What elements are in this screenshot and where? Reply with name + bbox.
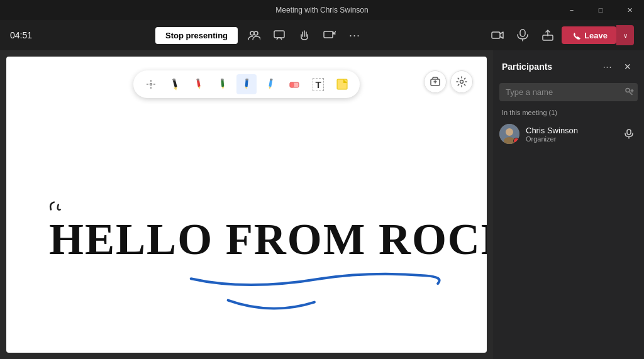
phone-icon <box>570 30 580 40</box>
whiteboard-content: HELLO FROM ROCKET IT! <box>6 57 487 353</box>
share-screen-icon-button[interactable] <box>318 24 341 47</box>
toolbar-icons: ··· <box>243 24 366 47</box>
main-content: T <box>0 50 644 359</box>
svg-rect-5 <box>520 30 525 36</box>
eraser-button[interactable] <box>284 74 304 94</box>
chevron-down-icon: ∨ <box>623 32 628 39</box>
mic-button[interactable] <box>511 24 534 47</box>
minimize-button[interactable]: − <box>557 0 586 20</box>
panel-title: Participants <box>502 62 552 72</box>
leave-button[interactable]: Leave <box>562 26 616 44</box>
svg-marker-17 <box>198 87 201 90</box>
panel-header-icons: ··· ✕ <box>599 58 636 75</box>
sticky-note-icon <box>336 79 348 90</box>
search-input[interactable] <box>499 83 638 101</box>
settings-icon <box>456 76 467 87</box>
more-icon: ··· <box>349 29 360 42</box>
avatar <box>499 124 519 144</box>
stop-presenting-button[interactable]: Stop presenting <box>155 27 238 44</box>
svg-rect-3 <box>324 31 333 38</box>
expand-icon <box>430 76 441 87</box>
eraser-icon <box>289 79 300 90</box>
svg-point-33 <box>460 80 464 84</box>
meeting-toolbar: 04:51 Stop presenting <box>0 20 644 50</box>
share-screen-icon <box>323 29 336 41</box>
close-button[interactable]: ✕ <box>615 0 644 20</box>
panel-close-button[interactable]: ✕ <box>619 58 636 75</box>
svg-point-1 <box>254 31 258 35</box>
svg-marker-14 <box>174 87 178 91</box>
expand-button[interactable] <box>424 70 447 93</box>
pointer-icon <box>146 79 156 89</box>
toolbar-right: Leave ∨ <box>486 24 634 47</box>
green-pencil-icon <box>217 78 228 91</box>
whiteboard[interactable]: T <box>6 57 487 353</box>
blue-pencil-icon <box>241 78 252 91</box>
sticky-note-button[interactable] <box>332 74 352 94</box>
upload-icon <box>541 29 554 41</box>
svg-rect-2 <box>274 31 284 38</box>
participant-mic-icon <box>625 129 633 139</box>
leave-chevron-button[interactable]: ∨ <box>616 25 634 45</box>
svg-point-0 <box>250 31 254 35</box>
invite-icon <box>624 86 634 96</box>
share-button[interactable] <box>536 24 559 47</box>
window-title: Meeting with Chris Swinson <box>275 6 368 14</box>
title-bar: Meeting with Chris Swinson − □ ✕ <box>0 0 644 20</box>
participant-info: Chris Swinson Organizer <box>526 126 614 143</box>
camera-icon <box>491 29 504 41</box>
close-icon: ✕ <box>624 62 631 72</box>
search-box <box>499 83 638 101</box>
black-pencil-icon <box>169 78 180 91</box>
leave-label: Leave <box>584 31 608 40</box>
text-icon: T <box>313 78 323 91</box>
chat-icon <box>273 29 286 41</box>
raise-hand-icon-button[interactable] <box>293 24 316 47</box>
avatar-badge <box>513 138 519 144</box>
svg-marker-20 <box>221 87 224 89</box>
panel-more-button[interactable]: ··· <box>599 58 616 75</box>
green-pencil-button[interactable] <box>213 74 233 94</box>
svg-marker-26 <box>269 87 272 90</box>
svg-point-36 <box>506 128 513 136</box>
maximize-button[interactable]: □ <box>586 0 615 20</box>
svg-point-34 <box>626 88 630 92</box>
drawing-toolbar-right <box>424 70 473 93</box>
light-pencil-icon <box>265 78 276 91</box>
red-pencil-icon <box>193 78 204 91</box>
window-controls: − □ ✕ <box>557 0 644 20</box>
chat-icon-button[interactable] <box>268 24 291 47</box>
whiteboard-text: HELLO FROM ROCKET IT! <box>49 214 487 263</box>
svg-rect-4 <box>492 32 500 38</box>
leave-button-group: Leave ∨ <box>562 25 634 45</box>
svg-marker-23 <box>245 87 247 89</box>
invite-icon-button[interactable] <box>624 86 634 98</box>
toolbar-center: Stop presenting <box>40 24 481 47</box>
participants-icon <box>248 29 260 41</box>
svg-rect-29 <box>290 82 294 87</box>
raise-hand-icon <box>298 29 311 41</box>
participant-mic-button[interactable] <box>620 125 638 143</box>
call-timer: 04:51 <box>10 30 35 40</box>
participant-role: Organizer <box>526 135 614 143</box>
section-label: In this meeting (1) <box>493 106 644 120</box>
text-tool-button[interactable]: T <box>308 74 328 94</box>
participants-icon-button[interactable] <box>243 24 265 47</box>
svg-rect-38 <box>627 130 631 135</box>
panel-more-icon: ··· <box>603 62 613 72</box>
participant-name: Chris Swinson <box>526 126 614 135</box>
pointer-tool-button[interactable] <box>141 74 161 94</box>
more-options-button[interactable]: ··· <box>343 24 366 47</box>
drawing-toolbar: T <box>133 70 360 98</box>
camera-button[interactable] <box>486 24 509 47</box>
svg-rect-30 <box>337 79 347 89</box>
blue-pencil-button[interactable] <box>236 74 257 94</box>
svg-rect-21 <box>221 79 223 80</box>
black-pencil-button[interactable] <box>165 74 185 94</box>
settings-button[interactable] <box>450 70 473 93</box>
mic-icon <box>517 29 528 41</box>
light-pencil-button[interactable] <box>260 74 280 94</box>
whiteboard-container: T <box>0 50 493 359</box>
svg-rect-24 <box>246 79 248 80</box>
red-pencil-button[interactable] <box>189 74 209 94</box>
